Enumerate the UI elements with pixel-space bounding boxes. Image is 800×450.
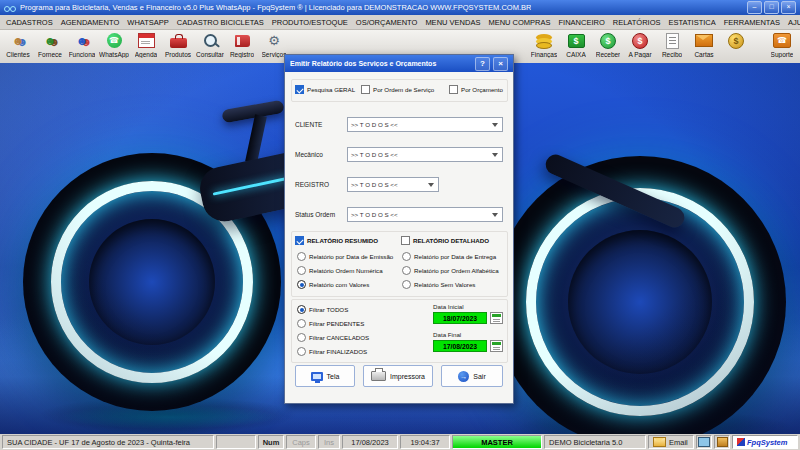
- printer-icon: [371, 371, 386, 381]
- checkbox-label: RELATÓRIO DETALHADO: [413, 237, 489, 244]
- toolbar-a-pagar[interactable]: A Pagar: [624, 31, 656, 63]
- toolbar-moedas[interactable]: [720, 31, 752, 63]
- radio-dot: [297, 266, 306, 275]
- status-num: Num: [258, 435, 284, 449]
- menu-cadastro-bicicletas[interactable]: CADASTRO BICICLETAS: [173, 18, 268, 27]
- menu-whatsapp[interactable]: WHATSAPP: [123, 18, 173, 27]
- menu-ajuda[interactable]: AJUDA: [784, 18, 800, 27]
- pesquisa-geral-checkbox[interactable]: Pesquisa GERAL: [295, 85, 355, 94]
- data-inicial-input[interactable]: 18/07/2023: [433, 312, 487, 324]
- toolbar-label: Cartas: [694, 51, 713, 58]
- menu-financeiro[interactable]: FINANCEIRO: [554, 18, 608, 27]
- computer-icon: [698, 437, 710, 447]
- toolbar-agenda[interactable]: Agenda: [130, 31, 162, 63]
- menu-vendas[interactable]: MENU VENDAS: [421, 18, 484, 27]
- orcamento-checkbox[interactable]: Por Orçamento: [449, 85, 503, 94]
- menu-compras[interactable]: MENU COMPRAS: [484, 18, 554, 27]
- menu-produto-estoque[interactable]: PRODUTO/ESTOQUE: [268, 18, 352, 27]
- toolbar-fornecedores[interactable]: ☻ Fornece: [34, 31, 66, 63]
- registro-select[interactable]: >> T O D O S <<: [347, 177, 439, 192]
- impressora-button[interactable]: Impressora: [363, 365, 433, 387]
- radio-filtrar-finalizados[interactable]: Filtrar FINALIZADOS: [297, 347, 367, 356]
- toolbar-produtos[interactable]: Produtos: [162, 31, 194, 63]
- resumido-checkbox[interactable]: RELATÓRIO RESUMIDO: [295, 236, 378, 245]
- radio-label: Filtrar TODOS: [309, 306, 348, 313]
- menu-bar: CADASTROS AGENDAMENTO WHATSAPP CADASTRO …: [0, 15, 800, 30]
- menu-os-orcamento[interactable]: OS/ORÇAMENTO: [352, 18, 422, 27]
- toolbar-label: A Pagar: [628, 51, 651, 58]
- radio-filtrar-todos[interactable]: Filtrar TODOS: [297, 305, 348, 314]
- toolbar-caixa[interactable]: CAIXA: [560, 31, 592, 63]
- toolbar-suporte[interactable]: Suporte: [766, 31, 798, 63]
- status-master-badge: MASTER: [452, 435, 542, 449]
- toolbar-label: Serviços: [262, 51, 287, 58]
- radio-label: Filtrar CANCELADOS: [309, 334, 369, 341]
- radio-ordem-numerica[interactable]: Relatório Ordem Numérica: [297, 266, 383, 275]
- status-email[interactable]: Email: [648, 435, 694, 449]
- menu-relatorios[interactable]: RELATÓRIOS: [609, 18, 665, 27]
- radio-sem-valores[interactable]: Relatório Sem Valores: [402, 280, 475, 289]
- data-final-input[interactable]: 17/08/2023: [433, 340, 487, 352]
- detalhado-checkbox[interactable]: RELATÓRIO DETALHADO: [401, 236, 489, 245]
- money-in-icon: [600, 33, 616, 49]
- title-bar: Programa para Bicicletaria, Vendas e Fin…: [0, 0, 800, 15]
- data-final-calendar-button[interactable]: [490, 340, 503, 352]
- radio-ordem-alfabetica[interactable]: Relatório por Ordem Alfabética: [402, 266, 499, 275]
- radio-label: Relatório Sem Valores: [414, 281, 475, 288]
- sair-button[interactable]: Sair: [441, 365, 503, 387]
- status-ins: Ins: [318, 435, 340, 449]
- data-inicial-calendar-button[interactable]: [490, 312, 503, 324]
- radio-data-emissao[interactable]: Relatório por Data de Emissão: [297, 252, 393, 261]
- dialog-title-bar: Emitir Relatório dos Serviços e Orçament…: [285, 55, 513, 72]
- menu-agendamento[interactable]: AGENDAMENTO: [57, 18, 124, 27]
- toolbar-label: Receber: [596, 51, 621, 58]
- data-final-label: Data Final: [433, 331, 461, 338]
- minimize-button[interactable]: [747, 1, 762, 14]
- dialog-help-button[interactable]: [475, 57, 490, 71]
- toolbar-clientes[interactable]: ☻ Clientes: [2, 31, 34, 63]
- status-location: SUA CIDADE - UF 17 de Agosto de 2023 - Q…: [2, 435, 214, 449]
- toolbar-label: Recibo: [662, 51, 682, 58]
- employees-icon: ☻: [76, 35, 89, 47]
- radio-data-entrega[interactable]: Relatório por Data de Entrega: [402, 252, 496, 261]
- toolbar-consultar[interactable]: Consultar: [194, 31, 226, 63]
- cashbox-icon: [568, 34, 585, 48]
- toolbar-receber[interactable]: Receber: [592, 31, 624, 63]
- maximize-button[interactable]: [764, 1, 779, 14]
- toolbar-recibo[interactable]: Recibo: [656, 31, 688, 63]
- toolbar-label: Clientes: [6, 51, 29, 58]
- button-label: Sair: [473, 373, 485, 380]
- window-title: Programa para Bicicletaria, Vendas e Fin…: [20, 3, 531, 12]
- toolbar-registro[interactable]: Registro: [226, 31, 258, 63]
- toolbar-whatsapp[interactable]: WhatsApp: [98, 31, 130, 63]
- toolbar-label: Consultar: [196, 51, 224, 58]
- radio-filtrar-pendentes[interactable]: Filtrar PENDENTES: [297, 319, 364, 328]
- toolbar-financas[interactable]: Finanças: [528, 31, 560, 63]
- checkbox-box: [295, 85, 304, 94]
- radio-filtrar-cancelados[interactable]: Filtrar CANCELADOS: [297, 333, 369, 342]
- checkbox-label: Por Orçamento: [461, 86, 503, 93]
- dialog-title: Emitir Relatório dos Serviços e Orçament…: [290, 60, 472, 67]
- cliente-select[interactable]: >> T O D O S <<: [347, 117, 503, 132]
- radio-dot: [297, 252, 306, 261]
- suppliers-icon: ☻: [44, 35, 57, 47]
- toolbar-label: Agenda: [135, 51, 157, 58]
- toolbar-label: Produtos: [165, 51, 191, 58]
- mecanico-select[interactable]: >> T O D O S <<: [347, 147, 503, 162]
- menu-estatistica[interactable]: ESTATISTICA: [665, 18, 720, 27]
- radio-dot: [402, 280, 411, 289]
- registro-value: >> T O D O S <<: [351, 181, 398, 188]
- radio-label: Filtrar PENDENTES: [309, 320, 364, 327]
- ordem-servico-checkbox[interactable]: Por Ordem de Serviço: [361, 85, 434, 94]
- toolbar-funcionarios[interactable]: ☻ Funciona: [66, 31, 98, 63]
- status-bar: SUA CIDADE - UF 17 de Agosto de 2023 - Q…: [0, 434, 800, 450]
- status-ordem-select[interactable]: >> T O D O S <<: [347, 207, 503, 222]
- menu-cadastros[interactable]: CADASTROS: [2, 18, 57, 27]
- toolbar-cartas[interactable]: Cartas: [688, 31, 720, 63]
- toolbar-label: CAIXA: [566, 51, 586, 58]
- radio-com-valores[interactable]: Relatório com Valores: [297, 280, 369, 289]
- tela-button[interactable]: Tela: [295, 365, 355, 387]
- menu-ferramentas[interactable]: FERRAMENTAS: [720, 18, 784, 27]
- close-button[interactable]: [781, 1, 796, 14]
- dialog-close-icon[interactable]: [493, 57, 508, 71]
